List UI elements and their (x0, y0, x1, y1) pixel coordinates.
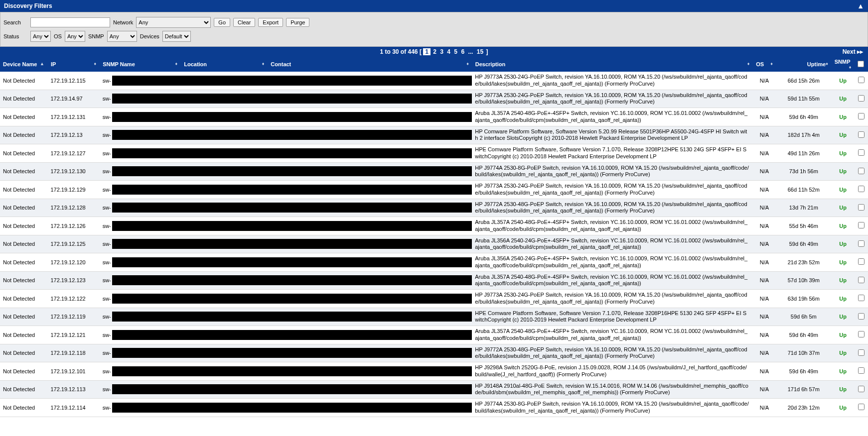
col-location[interactable]: Location ♦ (181, 57, 268, 72)
row-checkbox[interactable] (858, 222, 865, 228)
page-link-3[interactable]: 3 (439, 48, 444, 55)
cell-check (855, 399, 868, 417)
row-checkbox[interactable] (858, 331, 865, 337)
table-row[interactable]: Not Detected172.19.12.119sw-HPE Comware … (0, 308, 868, 326)
col-description[interactable]: Description ♦ (472, 57, 752, 72)
export-button[interactable]: Export (258, 18, 283, 27)
col-os[interactable]: OS ♦ (753, 57, 776, 72)
redacted-block (181, 112, 268, 122)
col-ip[interactable]: IP ♦ (47, 57, 99, 72)
cell-location (181, 126, 268, 144)
cell-check (855, 290, 868, 308)
row-checkbox[interactable] (858, 204, 865, 211)
purge-button[interactable]: Purge (286, 18, 309, 27)
row-checkbox[interactable] (858, 168, 865, 174)
row-checkbox[interactable] (858, 313, 865, 320)
redacted-block (181, 239, 268, 249)
table-row[interactable]: Not Detected172.19.12.114sw-HP J9774A 25… (0, 399, 868, 417)
cell-check (855, 380, 868, 399)
cell-contact (268, 326, 472, 344)
devices-label: Devices (140, 33, 159, 39)
row-checkbox[interactable] (858, 240, 865, 247)
page-link-...[interactable]: ... (467, 48, 474, 55)
row-checkbox[interactable] (858, 349, 865, 356)
row-checkbox[interactable] (858, 131, 865, 138)
status-select[interactable]: Any (30, 31, 51, 42)
sort-icon: ♦ (94, 61, 97, 66)
go-button[interactable]: Go (214, 18, 230, 27)
network-select[interactable]: Any (136, 17, 211, 28)
redacted-block (268, 403, 472, 413)
page-link-1[interactable]: 1 (423, 48, 431, 55)
col-check[interactable] (855, 57, 868, 72)
col-snmp[interactable]: SNMP ♦ (831, 57, 855, 72)
table-row[interactable]: Not Detected172.19.12.115sw-HP J9773A 25… (0, 72, 868, 90)
cell-check (855, 144, 868, 163)
row-checkbox[interactable] (858, 277, 865, 283)
col-uptime[interactable]: Uptime ♦ (776, 57, 831, 72)
page-link-4[interactable]: 4 (446, 48, 451, 55)
table-row[interactable]: Not Detected172.19.12.125sw-Aruba JL356A… (0, 235, 868, 253)
row-checkbox[interactable] (858, 77, 865, 83)
page-link-2[interactable]: 2 (432, 48, 437, 55)
paging-pages: [ 1 2 3 4 5 6 ... 15 ] (420, 48, 488, 55)
cell-ip: 172.19.12.128 (47, 199, 99, 217)
table-row[interactable]: Not Detected172.19.12.113sw-HP J9148A 29… (0, 380, 868, 399)
table-row[interactable]: Not Detected172.19.12.123sw-Aruba JL357A… (0, 271, 868, 290)
cell-description: Aruba JL356A 2540-24G-PoE+-4SFP+ Switch,… (472, 253, 752, 272)
collapse-icon[interactable]: ▲ (857, 2, 864, 10)
cell-ip: 172.19.12.131 (47, 108, 99, 126)
page-link-6[interactable]: 6 (460, 48, 465, 55)
table-row[interactable]: Not Detected172.19.12.118sw-HP J9772A 25… (0, 344, 868, 362)
clear-button[interactable]: Clear (233, 18, 255, 27)
paging-bar: 1 to 30 of 446 [ 1 2 3 4 5 6 ... 15 ] Ne… (0, 47, 868, 57)
cell-location (181, 108, 268, 126)
select-all-checkbox[interactable] (858, 61, 864, 67)
cell-location (181, 90, 268, 108)
page-link-5[interactable]: 5 (453, 48, 458, 55)
cell-snmp-name: sw- (100, 181, 181, 199)
cell-snmp-name: sw- (100, 344, 181, 362)
row-checkbox[interactable] (858, 186, 865, 192)
cell-description: HP J9773A 2530-24G-PoEP Switch, revision… (472, 90, 752, 108)
cell-uptime: 55d 5h 46m (776, 217, 831, 235)
devices-select[interactable]: Default (162, 31, 191, 42)
col-snmp-name[interactable]: SNMP Name ♦ (100, 57, 181, 72)
table-row[interactable]: Not Detected172.19.12.121sw-Aruba JL357A… (0, 326, 868, 344)
snmp-select[interactable]: Any (107, 31, 137, 42)
cell-location (181, 308, 268, 326)
row-checkbox[interactable] (858, 149, 865, 156)
col-device[interactable]: Device Name ▲ (0, 57, 47, 72)
cell-check (855, 253, 868, 272)
row-checkbox[interactable] (858, 113, 865, 119)
cell-snmp: Up (831, 108, 855, 126)
table-row[interactable]: Not Detected172.19.12.129sw-HP J9773A 25… (0, 181, 868, 199)
os-select[interactable]: Any (65, 31, 85, 42)
search-input[interactable] (30, 17, 110, 27)
table-row[interactable]: Not Detected172.19.12.130sw-HP J9774A 25… (0, 162, 868, 181)
col-contact[interactable]: Contact ♦ (268, 57, 472, 72)
table-row[interactable]: Not Detected172.19.12.131sw-Aruba JL357A… (0, 108, 868, 126)
row-checkbox[interactable] (858, 386, 865, 392)
table-row[interactable]: Not Detected172.19.12.13sw-HP Comware Pl… (0, 126, 868, 144)
cell-contact (268, 253, 472, 272)
row-checkbox[interactable] (858, 367, 865, 374)
redacted-block (268, 185, 472, 195)
table-row[interactable]: Not Detected172.19.14.97sw-HP J9773A 253… (0, 90, 868, 108)
cell-snmp-name: sw- (100, 253, 181, 272)
next-link[interactable]: Next ▸▸ (842, 48, 864, 55)
row-checkbox[interactable] (858, 404, 865, 410)
redacted-block (181, 384, 268, 394)
table-row[interactable]: Not Detected172.19.12.127sw-HPE Comware … (0, 144, 868, 163)
row-checkbox[interactable] (858, 295, 865, 301)
table-row[interactable]: Not Detected172.19.12.122sw-HP J9773A 25… (0, 290, 868, 308)
cell-description: Aruba JL356A 2540-24G-PoE+-4SFP+ Switch,… (472, 235, 752, 253)
table-row[interactable]: Not Detected172.19.12.101sw-HP J9298A Sw… (0, 362, 868, 381)
table-row[interactable]: Not Detected172.19.12.120sw-Aruba JL356A… (0, 253, 868, 272)
row-checkbox[interactable] (858, 258, 865, 265)
table-row[interactable]: Not Detected172.19.12.128sw-HP J9772A 25… (0, 199, 868, 217)
row-checkbox[interactable] (858, 95, 865, 102)
cell-snmp-name: sw- (100, 199, 181, 217)
page-link-15[interactable]: 15 (476, 48, 484, 55)
table-row[interactable]: Not Detected172.19.12.126sw-Aruba JL357A… (0, 217, 868, 235)
